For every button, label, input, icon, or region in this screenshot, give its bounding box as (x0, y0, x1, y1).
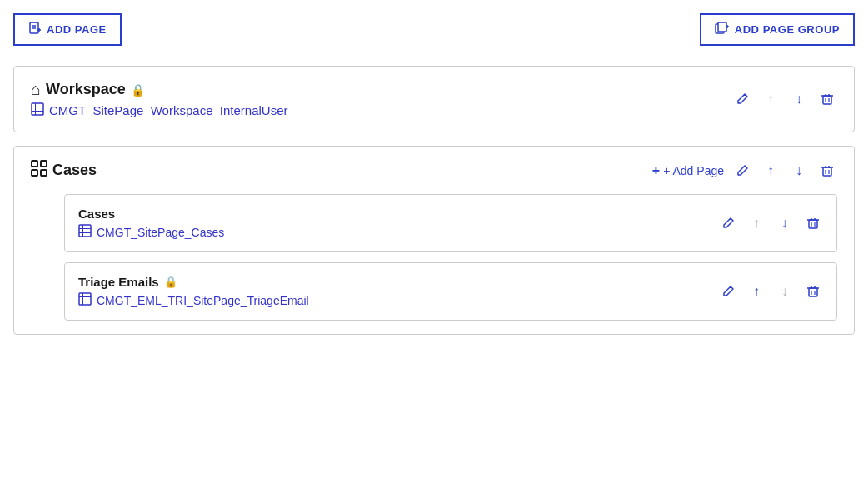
triage-emails-title-group: Triage Emails 🔒 CMGT_EML_TRI_SitePage_Tr… (78, 275, 309, 308)
svg-rect-29 (79, 225, 91, 237)
add-page-group-label: ADD PAGE GROUP (735, 23, 840, 36)
workspace-title-group: ⌂ Workspace 🔒 CMGT_SitePage_Workspace_In… (31, 80, 288, 118)
triage-emails-edit-icon[interactable] (718, 281, 738, 301)
cases-trash-icon[interactable] (817, 161, 837, 181)
toolbar: ADD PAGE ADD PAGE GROUP (13, 13, 855, 52)
add-page-icon (28, 22, 42, 37)
workspace-edit-icon[interactable] (732, 89, 752, 109)
workspace-subtitle: CMGT_SitePage_Workspace_InternalUser (31, 102, 288, 118)
svg-rect-23 (823, 167, 831, 176)
plus-icon: + (652, 163, 660, 178)
add-page-link-text: + Add Page (663, 164, 724, 177)
cases-title-group: Cases (31, 160, 97, 181)
workspace-trash-icon[interactable] (817, 89, 837, 109)
cases-section: Cases + + Add Page ↑ ↓ (13, 146, 855, 335)
workspace-actions: ↑ ↓ (732, 89, 837, 109)
cases-header: Cases + + Add Page ↑ ↓ (14, 147, 854, 194)
cases-actions: + + Add Page ↑ ↓ (652, 161, 837, 181)
triage-emails-title-text: Triage Emails (78, 275, 159, 289)
workspace-page-icon (31, 102, 44, 118)
svg-rect-9 (32, 103, 43, 115)
cases-add-page-link[interactable]: + + Add Page (652, 163, 724, 178)
cases-down-icon[interactable]: ↓ (789, 161, 809, 181)
cases-child-title: Cases (78, 207, 224, 221)
triage-emails-card: Triage Emails 🔒 CMGT_EML_TRI_SitePage_Tr… (64, 262, 837, 321)
cases-child-subtitle-text: CMGT_SitePage_Cases (97, 226, 224, 239)
add-page-group-icon (715, 22, 730, 37)
cases-title: Cases (31, 160, 97, 181)
triage-emails-down-icon[interactable]: ↓ (775, 281, 795, 301)
workspace-title-text: Workspace (46, 81, 126, 98)
cases-child-edit-icon[interactable] (718, 213, 738, 233)
svg-rect-19 (32, 161, 37, 167)
cases-child-down-icon[interactable]: ↓ (775, 213, 795, 233)
cases-child-card: Cases CMGT_SitePage_Cases (64, 194, 837, 252)
svg-rect-33 (809, 220, 817, 228)
cases-child-page-icon (78, 224, 92, 240)
workspace-down-icon[interactable]: ↓ (789, 89, 809, 109)
svg-rect-22 (41, 170, 47, 176)
cases-up-icon[interactable]: ↑ (761, 161, 781, 181)
workspace-title: ⌂ Workspace 🔒 (31, 80, 288, 99)
triage-emails-subtitle-text: CMGT_EML_TRI_SitePage_TriageEmail (97, 294, 309, 307)
triage-emails-subtitle: CMGT_EML_TRI_SitePage_TriageEmail (78, 292, 309, 308)
home-icon: ⌂ (31, 80, 41, 99)
triage-emails-lock-icon: 🔒 (164, 276, 177, 288)
add-page-button[interactable]: ADD PAGE (13, 13, 122, 46)
cases-child-subtitle: CMGT_SitePage_Cases (78, 224, 224, 240)
workspace-up-icon[interactable]: ↑ (761, 89, 781, 109)
add-page-label: ADD PAGE (47, 23, 107, 36)
cases-child-actions: ↑ ↓ (718, 213, 823, 233)
svg-rect-6 (718, 22, 726, 32)
cases-child-title-text: Cases (78, 207, 115, 221)
triage-emails-up-icon[interactable]: ↑ (746, 281, 766, 301)
cases-edit-icon[interactable] (732, 161, 752, 181)
add-page-group-button[interactable]: ADD PAGE GROUP (700, 13, 855, 46)
cases-child-up-icon[interactable]: ↑ (746, 213, 766, 233)
cases-grid-icon (31, 160, 47, 181)
workspace-section: ⌂ Workspace 🔒 CMGT_SitePage_Workspace_In… (13, 66, 855, 132)
triage-emails-trash-icon[interactable] (803, 281, 823, 301)
svg-rect-13 (823, 96, 831, 104)
triage-emails-page-icon (78, 292, 92, 308)
svg-rect-21 (32, 170, 37, 176)
cases-children: Cases CMGT_SitePage_Cases (14, 194, 854, 334)
cases-title-text: Cases (52, 162, 97, 179)
workspace-lock-icon: 🔒 (131, 83, 145, 97)
cases-child-title-group: Cases CMGT_SitePage_Cases (78, 207, 224, 240)
cases-child-trash-icon[interactable] (803, 213, 823, 233)
triage-emails-title: Triage Emails 🔒 (78, 275, 309, 289)
workspace-header: ⌂ Workspace 🔒 CMGT_SitePage_Workspace_In… (14, 67, 854, 132)
svg-rect-43 (809, 288, 817, 296)
svg-rect-20 (41, 161, 47, 167)
workspace-subtitle-text: CMGT_SitePage_Workspace_InternalUser (49, 103, 288, 117)
svg-rect-39 (79, 293, 91, 305)
triage-emails-actions: ↑ ↓ (718, 281, 823, 301)
